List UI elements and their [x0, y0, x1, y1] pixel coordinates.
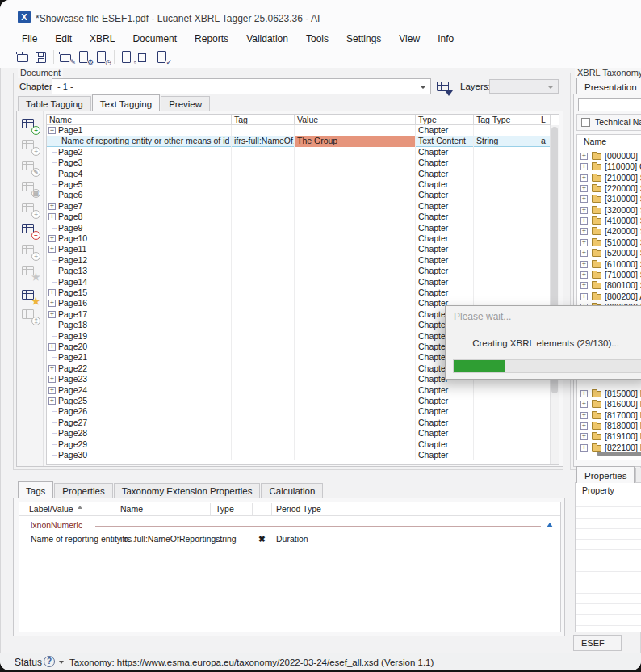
expander-icon[interactable]: + [580, 433, 588, 440]
table-row[interactable]: Page26Chapter [47, 406, 551, 417]
menu-document[interactable]: Document [124, 31, 186, 47]
expander-icon[interactable]: + [580, 282, 588, 289]
expander-icon[interactable]: + [580, 401, 588, 408]
expander-icon[interactable]: + [580, 412, 588, 419]
expander-icon[interactable]: + [48, 246, 56, 253]
column-header-value[interactable]: Value [295, 115, 416, 124]
table-row[interactable]: Name of reporting entity or other means … [47, 136, 551, 146]
expander-icon[interactable]: − [48, 127, 56, 134]
menu-file[interactable]: File [13, 31, 46, 47]
tab-presentation[interactable]: Presentation [576, 78, 641, 94]
table-row[interactable]: Page29Chapter [47, 439, 551, 450]
taxonomy-tree-item[interactable]: +[710000] St [577, 270, 641, 280]
tab-table-tagging[interactable]: Table Tagging [18, 96, 91, 111]
column-header-l[interactable]: L [538, 115, 551, 124]
menu-reports[interactable]: Reports [186, 31, 237, 47]
tab-text-tagging[interactable]: Text Tagging [92, 94, 160, 111]
expander-icon[interactable]: + [48, 343, 56, 351]
duplicate-document-icon[interactable] [136, 48, 153, 65]
collapse-arrow-icon[interactable] [547, 523, 553, 527]
expander-icon[interactable]: + [48, 235, 56, 242]
expander-icon[interactable]: + [48, 365, 56, 372]
table-row[interactable]: −Page1Chapter [47, 125, 551, 136]
expander-icon[interactable]: + [580, 217, 588, 225]
expander-icon[interactable]: + [580, 207, 588, 214]
menu-tools[interactable]: Tools [297, 31, 337, 47]
tab-conce[interactable]: Conce [635, 468, 641, 483]
expander-icon[interactable]: + [48, 311, 56, 318]
layers-select[interactable] [489, 79, 559, 94]
expander-icon[interactable]: + [48, 397, 56, 405]
document-archive-icon[interactable]: ▫ [118, 48, 135, 65]
document-settings-icon[interactable]: ⚙ [75, 48, 92, 65]
table-row[interactable]: Page9Chapter [47, 223, 551, 233]
column-header-label-value[interactable]: Label/Value [29, 504, 73, 514]
tab-properties[interactable]: Properties [54, 483, 112, 498]
table-row[interactable]: Page30Chapter [47, 450, 551, 460]
export-signed-icon[interactable]: ✎ [57, 48, 74, 65]
taxonomy-search-input[interactable] [578, 98, 641, 111]
column-header-name[interactable]: Name [120, 504, 143, 514]
horizontal-scrollbar-thumb[interactable] [597, 452, 641, 456]
technical-names-checkbox[interactable] [581, 118, 590, 127]
column-header-tag[interactable]: Tag [232, 115, 295, 124]
expander-icon[interactable]: + [580, 261, 588, 268]
taxonomy-tree-item[interactable]: +[520000] St [577, 248, 641, 258]
menu-settings[interactable]: Settings [337, 31, 390, 47]
validate-document-icon[interactable]: ✓ [153, 48, 170, 65]
table-row[interactable]: Page6Chapter [47, 190, 551, 200]
tab-properties[interactable]: Properties [576, 466, 635, 483]
menu-view[interactable]: View [390, 31, 429, 47]
menu-edit[interactable]: Edit [46, 31, 81, 47]
taxonomy-tree-item[interactable]: +[210000] St [577, 173, 641, 183]
table-row[interactable]: +Page11Chapter [47, 244, 551, 254]
expander-icon[interactable]: + [580, 293, 588, 300]
expander-icon[interactable]: + [48, 387, 56, 394]
expander-icon[interactable]: + [580, 195, 588, 203]
expander-icon[interactable]: + [580, 239, 588, 246]
chevron-down-icon[interactable] [59, 661, 64, 664]
menu-xbrl[interactable]: XBRL [81, 31, 124, 47]
menu-validation[interactable]: Validation [237, 31, 297, 47]
column-header-period-type[interactable]: Period Type [276, 504, 321, 514]
table-row[interactable]: +Page15Chapter [47, 288, 551, 298]
taxonomy-tree-item[interactable]: +[220000] St [577, 183, 641, 194]
table-row[interactable]: Page28Chapter [47, 428, 551, 439]
taxonomy-tree-item[interactable]: +[816000] N [577, 399, 641, 410]
expander-icon[interactable]: + [580, 153, 588, 160]
tab-calculation[interactable]: Calculation [261, 483, 323, 498]
expander-icon[interactable]: + [580, 163, 588, 170]
column-header-type[interactable]: Type [216, 504, 234, 514]
tag-row[interactable]: Name of reporting entity o...ifrs-full:N… [19, 533, 560, 545]
table-row[interactable]: +Page24Chapter [47, 385, 551, 396]
expander-icon[interactable]: + [48, 213, 56, 220]
taxonomy-tree-item[interactable]: +[800200] An [577, 292, 641, 302]
taxonomy-tree-item[interactable]: +[510000] St [577, 237, 641, 248]
table-row[interactable]: +Page25Chapter [47, 396, 551, 406]
column-header-name[interactable]: Name [47, 115, 232, 124]
expander-icon[interactable]: + [580, 422, 588, 430]
taxonomy-tree-item[interactable]: +[818000] N [577, 421, 641, 431]
remove-table-tag-icon[interactable]: − [21, 221, 39, 239]
expander-icon[interactable]: + [48, 376, 56, 383]
table-favorite-icon[interactable]: ★ [21, 288, 39, 305]
expander-icon[interactable]: + [580, 250, 588, 257]
column-header-tag-type[interactable]: Tag Type [474, 115, 538, 124]
table-row[interactable]: +Page8Chapter [47, 212, 551, 222]
document-recent-icon[interactable]: ◷ [93, 48, 110, 65]
tab-taxonomy-extension-properties[interactable]: Taxonomy Extension Properties [114, 483, 261, 498]
tab-preview[interactable]: Preview [161, 96, 210, 111]
esef-tab[interactable]: ESEF [573, 635, 622, 651]
tab-tags[interactable]: Tags [18, 481, 53, 498]
table-filter-icon[interactable] [436, 79, 452, 95]
expander-icon[interactable]: + [580, 185, 588, 192]
expander-icon[interactable]: + [48, 289, 56, 296]
add-table-tag-icon[interactable]: + [21, 116, 39, 134]
table-row[interactable]: Page13Chapter [47, 266, 551, 276]
taxonomy-tree-item[interactable]: +[817000] N [577, 410, 641, 421]
table-row[interactable]: Page27Chapter [47, 418, 551, 428]
taxonomy-tree-item[interactable]: +[815000] N [577, 388, 641, 399]
taxonomy-tree-item[interactable]: +[000000] Ta [577, 151, 641, 162]
chapter-select[interactable]: - 1 - [52, 78, 431, 94]
save-file-icon[interactable] [32, 48, 49, 65]
